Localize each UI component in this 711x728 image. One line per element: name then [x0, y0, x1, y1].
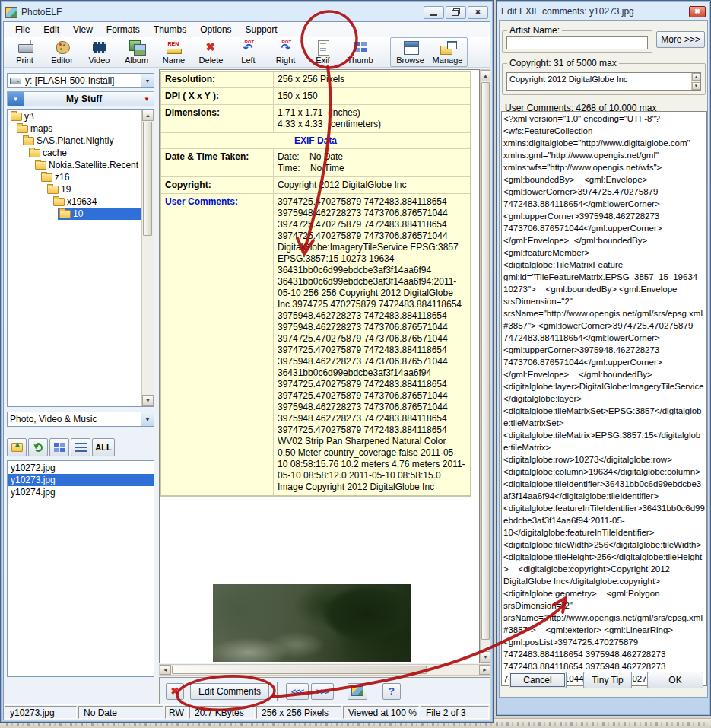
photo-preview[interactable]: [213, 584, 411, 662]
toolbar-name-button[interactable]: Name: [155, 38, 192, 66]
tree-item-body: z16: [40, 171, 154, 183]
folder-icon: [11, 113, 22, 121]
copyright-value: Copyright 2012 DigitalGlobe Inc: [509, 75, 627, 84]
tree-item-label: SAS.Planet.Nightly: [37, 135, 113, 146]
dialog-close-button[interactable]: ✖: [689, 6, 706, 17]
close-panel-button[interactable]: ✖: [166, 683, 184, 700]
tiny-tip-button[interactable]: Tiny Tip: [583, 672, 632, 688]
copyright-scrollbar[interactable]: ▲ ▼: [691, 73, 700, 90]
menu-thumbs[interactable]: Thumbs: [147, 22, 193, 37]
tree-item[interactable]: maps: [8, 122, 154, 135]
exif-data-header: EXIF Data: [161, 133, 470, 149]
all-button[interactable]: ALL: [92, 438, 115, 456]
more-button[interactable]: More >>>: [656, 31, 705, 48]
horizontal-scrollbar[interactable]: ◄ ►: [159, 664, 490, 676]
toolbar-exif-button[interactable]: Exif: [304, 38, 341, 66]
toolbar-manage-button[interactable]: Manage: [429, 38, 466, 66]
tree-item[interactable]: y:\: [8, 110, 154, 122]
toolbar-album-button[interactable]: Album: [118, 38, 155, 66]
close-button[interactable]: ✖: [468, 6, 488, 19]
list-view-button[interactable]: [71, 438, 90, 456]
toolbar-right-button[interactable]: Right: [267, 38, 304, 66]
drive-combo[interactable]: y: [FLASH-500-Install] ▼: [7, 73, 154, 88]
chevron-down-icon[interactable]: ▼: [141, 412, 154, 426]
dialog-titlebar[interactable]: Edit EXIF comments: y10273.jpg ✖: [499, 3, 708, 20]
menu-file[interactable]: File: [8, 22, 37, 37]
toolbar-browse-button[interactable]: Browse: [392, 38, 429, 66]
edit-comments-button[interactable]: Edit Comments: [190, 683, 269, 700]
tree-item[interactable]: 10: [8, 208, 154, 220]
scroll-down-icon[interactable]: ▼: [142, 395, 154, 406]
menu-formats[interactable]: Formats: [100, 22, 147, 37]
user-comments-textarea[interactable]: <?xml version="1.0" encoding="UTF-8"? <w…: [501, 111, 707, 686]
tree-item-body: x19634: [52, 196, 154, 208]
menu-view[interactable]: View: [66, 22, 100, 37]
artist-name-input[interactable]: [506, 36, 648, 49]
scroll-up-icon[interactable]: ▲: [692, 73, 700, 81]
minimize-button[interactable]: [424, 6, 444, 19]
main-titlebar[interactable]: PhotoELF ✖: [3, 3, 490, 21]
toolbar-print-button[interactable]: Print: [6, 38, 43, 66]
previous-file-button[interactable]: <<<: [286, 683, 309, 700]
file-list-item[interactable]: y10272.jpg: [8, 462, 154, 474]
toolbar-left-button[interactable]: Left: [230, 38, 267, 66]
thumbnail-view-button[interactable]: [49, 438, 69, 456]
tree-scrollbar[interactable]: ▲ ▼: [141, 110, 154, 406]
scroll-up-icon[interactable]: ▲: [142, 110, 154, 121]
tree-item[interactable]: 19: [8, 183, 154, 196]
tree-item[interactable]: Nokia.Satellite.Recent: [8, 159, 154, 171]
restore-button[interactable]: [446, 6, 466, 19]
ok-button[interactable]: OK: [647, 672, 703, 688]
file-list-item[interactable]: y10274.jpg: [8, 486, 154, 498]
tree-item[interactable]: z16: [8, 171, 154, 183]
menu-support[interactable]: Support: [239, 22, 284, 37]
media-filter-combo[interactable]: Photo, Video & Music ▼: [7, 412, 154, 427]
my-stuff-bar[interactable]: ▼ My Stuff ▼: [7, 91, 154, 106]
my-stuff-dropdown-button[interactable]: ▼: [8, 92, 24, 106]
menu-edit[interactable]: Edit: [37, 22, 66, 37]
help-button[interactable]: ?: [382, 683, 401, 700]
copyright-input[interactable]: Copyright 2012 DigitalGlobe Inc ▲ ▼: [506, 72, 701, 91]
toolbar-editor-button[interactable]: Editor: [43, 38, 81, 66]
cancel-button[interactable]: Cancel: [509, 672, 567, 688]
scroll-down-icon[interactable]: ▼: [481, 651, 490, 663]
status-cell: 20.7 KBytes: [189, 706, 255, 719]
app-body: FileEditViewFormatsThumbsOptionsSupport …: [3, 21, 490, 720]
tree-item[interactable]: x19634: [8, 196, 154, 208]
tree-item-body: y:\: [9, 110, 154, 122]
tree-item-body: SAS.Planet.Nightly: [21, 135, 154, 147]
tree-item[interactable]: cache: [8, 147, 154, 159]
file-list-item[interactable]: y10273.jpg: [8, 474, 154, 486]
tree-item[interactable]: SAS.Planet.Nightly: [8, 135, 154, 147]
scrollbar-thumb[interactable]: [143, 122, 152, 236]
media-filter-value: Photo, Video & Music: [8, 414, 141, 424]
scrollbar-thumb[interactable]: [481, 82, 490, 640]
toolbar-video-button[interactable]: Video: [81, 38, 118, 66]
chevron-down-icon[interactable]: ▼: [141, 74, 154, 87]
exif-table: Resolution:256 x 256 PixelsDPI ( X x Y )…: [160, 71, 471, 497]
next-file-button[interactable]: >>>: [311, 683, 334, 700]
folder-icon: [59, 210, 71, 218]
scrollbar-thumb[interactable]: [172, 666, 427, 674]
exif-field-value: 150 x 150: [274, 88, 470, 104]
toolbar-thumb-button[interactable]: Thumb: [341, 38, 379, 66]
tree-item-label: z16: [55, 172, 69, 183]
toolbar-delete-button[interactable]: Delete: [192, 38, 230, 66]
scroll-right-icon[interactable]: ►: [479, 665, 490, 675]
vertical-scrollbar[interactable]: ▲ ▼: [480, 69, 490, 663]
thumbnails-icon: [351, 40, 370, 56]
slideshow-button[interactable]: [348, 683, 367, 700]
status-cell: File 2 of 3: [421, 706, 489, 719]
menu-options[interactable]: Options: [193, 22, 238, 37]
scroll-down-icon[interactable]: ▼: [692, 82, 700, 90]
rename-icon: [164, 40, 184, 56]
monitor-icon: [351, 686, 363, 696]
exif-icon: [313, 40, 333, 56]
chevron-down-icon[interactable]: ▼: [144, 96, 150, 103]
scroll-up-icon[interactable]: ▲: [481, 70, 490, 81]
toolbar-separator: [386, 41, 386, 64]
film-icon: [90, 40, 110, 56]
scroll-left-icon[interactable]: ◄: [160, 665, 171, 675]
parent-folder-button[interactable]: [7, 438, 27, 456]
refresh-button[interactable]: [28, 438, 48, 456]
